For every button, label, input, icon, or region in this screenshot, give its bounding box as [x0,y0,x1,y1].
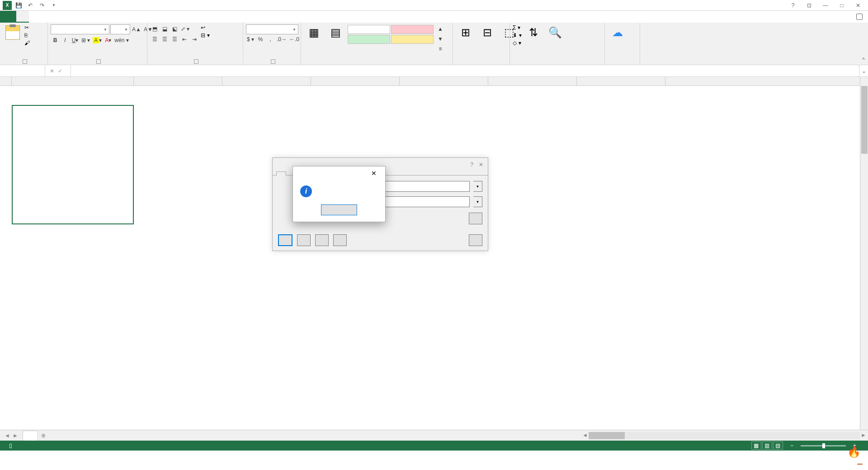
decrease-indent-icon[interactable]: ⇤ [180,35,189,44]
dialog-close-icon[interactable]: ✕ [479,161,483,168]
wrap-text-button[interactable]: ↩ [201,24,210,31]
font-size-combo[interactable]: ▼ [110,24,130,34]
autosum-button[interactable]: Σ ▾ [513,24,522,31]
decrease-decimal-icon[interactable]: ←.0 [288,35,300,44]
sort-filter-button[interactable]: ⇅ [524,24,543,42]
insert-cells-button[interactable]: ⊞ [456,24,476,42]
zoom-thumb[interactable] [822,443,825,448]
horizontal-scroll-thumb[interactable] [589,432,625,439]
find-select-button[interactable]: 🔍 [545,24,565,42]
vertical-scroll-thumb[interactable] [861,86,868,154]
number-format-combo[interactable]: ▼ [246,24,298,34]
page-layout-view-icon[interactable]: ▥ [762,442,772,450]
align-top-icon[interactable]: ⬒ [150,24,159,33]
cell-style-neutral[interactable] [391,35,434,44]
tab-file[interactable] [0,11,16,23]
col-header-D[interactable] [311,77,400,85]
align-left-icon[interactable]: ☰ [150,35,159,44]
login-icon[interactable] [856,14,863,20]
vertical-scrollbar[interactable] [860,77,868,430]
copy-button[interactable]: ⎘ [24,32,31,38]
percent-icon[interactable]: % [256,35,265,44]
col-header-G[interactable] [577,77,665,85]
style-gallery-more-icon[interactable]: ≡ [436,44,445,53]
ribbon-options-icon[interactable]: ⊡ [803,1,816,10]
formula-input[interactable] [71,65,859,76]
number-launcher[interactable] [271,59,275,64]
help-icon[interactable]: ? [787,1,799,10]
clear-button[interactable]: ◇ ▾ [513,40,522,46]
replace-all-button[interactable] [278,234,292,246]
tab-data[interactable] [67,11,80,23]
alignment-launcher[interactable] [194,59,198,64]
close-button[interactable] [469,234,482,246]
increase-decimal-icon[interactable]: .0→ [276,35,288,44]
col-header-C[interactable] [222,77,311,85]
sheet-nav-last-icon[interactable]: ► [13,432,18,439]
replace-with-dropdown-icon[interactable]: ▼ [473,196,482,207]
border-button[interactable]: ⊞ ▾ [80,36,91,45]
format-as-table-button[interactable]: ▤ [326,24,345,42]
orientation-icon[interactable]: ⤢ ▾ [180,24,190,33]
conditional-format-button[interactable]: ▦ [304,24,324,42]
cancel-formula-icon[interactable]: ✕ [50,68,54,74]
sheet-nav-first-icon[interactable]: ◄ [5,432,10,439]
align-bottom-icon[interactable]: ⬕ [170,24,179,33]
select-all-corner[interactable] [0,77,12,85]
find-tab[interactable] [276,171,286,176]
tab-page-layout[interactable] [42,11,54,23]
tab-insert[interactable] [29,11,42,23]
currency-icon[interactable]: $ ▾ [246,35,255,44]
dialog-help-icon[interactable]: ? [470,161,473,168]
minimize-icon[interactable]: — [819,1,832,10]
undo-icon[interactable]: ↶ [25,1,35,10]
fill-color-button[interactable]: A ▾ [92,36,103,45]
tab-view[interactable] [92,11,105,23]
cell-style-good[interactable] [348,35,390,44]
delete-cells-button[interactable]: ⊟ [477,24,497,42]
add-sheet-icon[interactable]: ⊕ [38,431,49,441]
sheet-tab-sheet1[interactable] [23,431,38,441]
comma-icon[interactable]: , [266,35,275,44]
close-icon[interactable]: ✕ [852,1,864,10]
save-baidu-button[interactable]: ☁ [608,24,627,42]
align-center-icon[interactable]: ☰ [160,35,169,44]
phonetic-button[interactable]: wén ▾ [113,36,129,45]
col-header-B[interactable] [134,77,222,85]
fill-button[interactable]: ⬇ ▾ [513,32,522,38]
cut-button[interactable]: ✂ [24,24,31,31]
align-right-icon[interactable]: ☰ [170,35,179,44]
find-next-button[interactable] [333,234,347,246]
bold-button[interactable]: B [51,36,60,45]
find-what-dropdown-icon[interactable]: ▼ [473,181,482,192]
paste-button[interactable] [3,24,23,42]
save-icon[interactable]: 💾 [14,1,24,10]
format-painter-button[interactable]: 🖌 [24,40,31,46]
horizontal-scrollbar[interactable]: ◄ ► [589,432,860,439]
tab-formulas[interactable] [54,11,67,23]
italic-button[interactable]: I [61,36,70,45]
underline-button[interactable]: U ▾ [71,36,80,45]
qat-dropdown-icon[interactable]: ▼ [49,1,59,10]
msgbox-close-icon[interactable]: ✕ [367,168,381,179]
increase-indent-icon[interactable]: ⇥ [190,35,199,44]
normal-view-icon[interactable]: ▦ [751,442,761,450]
tab-developer[interactable] [105,11,118,23]
msgbox-ok-button[interactable] [321,204,357,215]
col-header-F[interactable] [488,77,577,85]
zoom-out-icon[interactable]: − [790,442,793,449]
align-middle-icon[interactable]: ⬓ [160,24,169,33]
style-gallery-down-icon[interactable]: ▼ [436,34,445,43]
font-launcher[interactable] [96,59,101,64]
ribbon-collapse-icon[interactable]: ^ [859,23,868,65]
cell-style-bad[interactable] [391,25,434,34]
tab-review[interactable] [80,11,92,23]
replace-button[interactable] [297,234,311,246]
macro-record-icon[interactable]: ▯ [9,442,12,449]
tab-acrobat[interactable] [118,11,130,23]
col-header-E[interactable] [400,77,488,85]
font-color-button[interactable]: A ▾ [104,36,113,45]
page-break-view-icon[interactable]: ▤ [773,442,783,450]
clipboard-launcher[interactable] [23,59,27,64]
name-box[interactable] [0,65,45,76]
